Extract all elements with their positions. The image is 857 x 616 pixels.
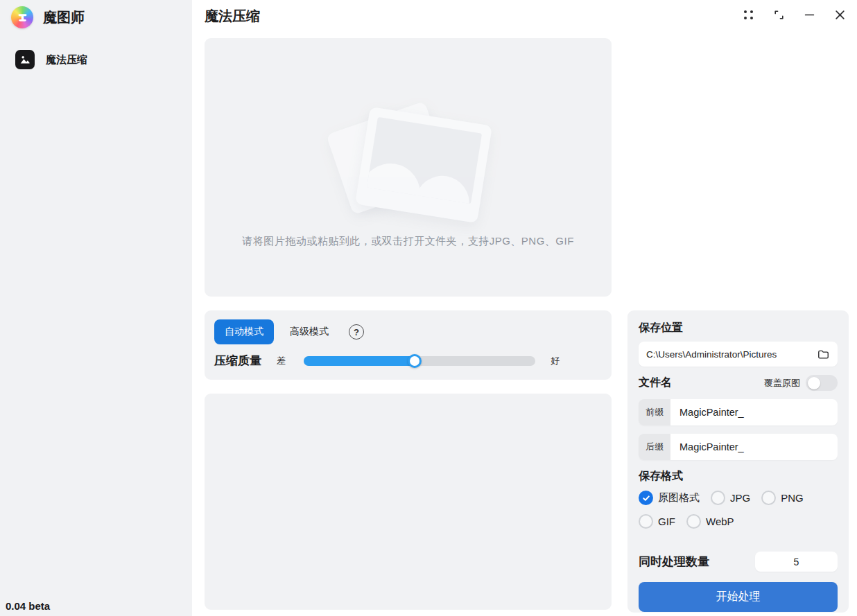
page-title: 魔法压缩 xyxy=(205,7,260,26)
prefix-chip: 前缀 xyxy=(639,399,670,425)
filename-title: 文件名 xyxy=(639,376,672,390)
tab-advanced-mode[interactable]: 高级模式 xyxy=(279,319,339,344)
sidebar-item-label: 魔法压缩 xyxy=(46,53,87,67)
quality-max-label: 好 xyxy=(551,355,560,367)
tab-auto-mode[interactable]: 自动模式 xyxy=(214,319,274,344)
concurrent-input[interactable] xyxy=(755,552,838,572)
format-label: WebP xyxy=(706,516,734,527)
suffix-field: 后缀 xyxy=(639,434,838,460)
format-option[interactable]: 原图格式 xyxy=(639,491,700,505)
image-icon xyxy=(15,50,35,69)
save-format-title: 保存格式 xyxy=(639,469,838,484)
format-label: 原图格式 xyxy=(658,491,700,504)
save-location-field xyxy=(639,342,838,367)
format-option[interactable]: WebP xyxy=(686,514,734,529)
sidebar: 魔图师 魔法压缩 0.04 beta xyxy=(0,0,192,616)
format-label: PNG xyxy=(781,492,804,504)
minimize-button[interactable] xyxy=(802,7,817,22)
radio-icon[interactable] xyxy=(639,514,653,529)
quality-min-label: 差 xyxy=(277,355,286,367)
version-label: 0.04 beta xyxy=(6,600,50,612)
format-option[interactable]: GIF xyxy=(639,514,675,529)
main-area: 魔法压缩 xyxy=(192,0,857,616)
save-location-input[interactable] xyxy=(646,349,817,360)
dots-grid-icon xyxy=(744,10,753,19)
app-logo-icon xyxy=(11,6,33,28)
window-controls xyxy=(741,7,847,22)
format-options: 原图格式JPGPNGGIFWebP xyxy=(639,491,838,529)
suffix-input[interactable] xyxy=(670,434,838,460)
prefix-field: 前缀 xyxy=(639,399,838,425)
slider-thumb[interactable] xyxy=(408,354,422,368)
minimize-icon xyxy=(804,9,815,21)
radio-icon[interactable] xyxy=(761,491,776,505)
prefix-input[interactable] xyxy=(670,399,838,425)
overwrite-toggle[interactable] xyxy=(806,375,838,391)
app-title: 魔图师 xyxy=(43,8,85,27)
format-label: JPG xyxy=(730,492,750,504)
dots-menu-button[interactable] xyxy=(741,7,756,22)
format-label: GIF xyxy=(658,516,675,527)
app-brand: 魔图师 xyxy=(0,0,192,35)
photos-placeholder-icon xyxy=(329,92,488,231)
image-dropzone[interactable]: 请将图片拖动或粘贴到此，或双击打开文件夹，支持JPG、PNG、GIF xyxy=(205,38,612,297)
dropzone-hint: 请将图片拖动或粘贴到此，或双击打开文件夹，支持JPG、PNG、GIF xyxy=(205,235,612,248)
fullscreen-icon xyxy=(773,9,785,21)
close-button[interactable] xyxy=(832,7,847,22)
fullscreen-button[interactable] xyxy=(771,7,786,22)
browse-folder-button[interactable] xyxy=(817,348,830,361)
quality-slider[interactable] xyxy=(304,354,535,368)
save-location-title: 保存位置 xyxy=(639,321,838,335)
quality-label: 压缩质量 xyxy=(214,353,261,369)
overwrite-label: 覆盖原图 xyxy=(764,377,800,389)
concurrent-label: 同时处理数量 xyxy=(639,554,709,570)
mode-panel: 自动模式 高级模式 ? 压缩质量 差 好 xyxy=(205,310,612,380)
suffix-chip: 后缀 xyxy=(639,434,670,460)
sidebar-item-magic-compress[interactable]: 魔法压缩 xyxy=(7,44,185,75)
close-icon xyxy=(834,9,846,21)
slider-fill xyxy=(304,356,415,366)
format-option[interactable]: JPG xyxy=(711,491,750,505)
help-icon[interactable]: ? xyxy=(349,324,364,340)
radio-checked-icon[interactable] xyxy=(639,491,653,505)
radio-icon[interactable] xyxy=(686,514,701,529)
toggle-knob xyxy=(808,377,820,389)
app-window: 魔图师 魔法压缩 0.04 beta 魔法压缩 xyxy=(0,0,857,616)
format-option[interactable]: PNG xyxy=(761,491,804,505)
radio-icon[interactable] xyxy=(711,491,725,505)
start-processing-button[interactable]: 开始处理 xyxy=(639,582,838,612)
save-settings-panel: 保存位置 文件名 覆盖原图 前缀 后缀 xyxy=(627,310,849,613)
file-list-panel xyxy=(205,394,612,610)
folder-icon xyxy=(817,348,830,361)
